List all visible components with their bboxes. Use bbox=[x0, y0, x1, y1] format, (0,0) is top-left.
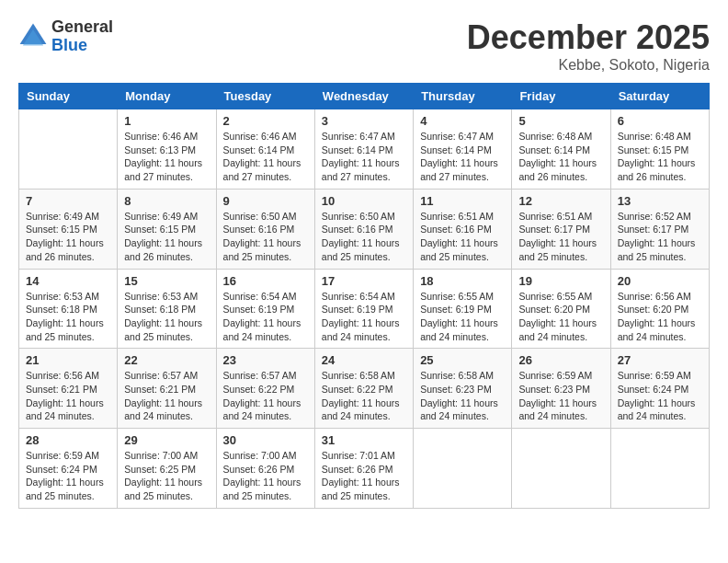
calendar-cell-w1-d4: 11Sunrise: 6:51 AMSunset: 6:16 PMDayligh… bbox=[414, 189, 512, 269]
day-detail: Sunrise: 6:52 AMSunset: 6:17 PMDaylight:… bbox=[618, 210, 702, 264]
day-number: 5 bbox=[518, 114, 603, 128]
day-detail: Sunrise: 6:58 AMSunset: 6:22 PMDaylight:… bbox=[322, 369, 406, 423]
day-detail: Sunrise: 6:57 AMSunset: 6:21 PMDaylight:… bbox=[124, 369, 209, 423]
day-number: 21 bbox=[26, 353, 110, 367]
month-title: December 2025 bbox=[467, 18, 710, 57]
day-number: 1 bbox=[124, 114, 209, 128]
day-number: 13 bbox=[618, 194, 702, 208]
calendar-cell-w1-d5: 12Sunrise: 6:51 AMSunset: 6:17 PMDayligh… bbox=[512, 189, 610, 269]
calendar-cell-w4-d4 bbox=[414, 429, 512, 509]
calendar-cell-w1-d0: 7Sunrise: 6:49 AMSunset: 6:15 PMDaylight… bbox=[19, 189, 118, 269]
calendar-week-row-2: 14Sunrise: 6:53 AMSunset: 6:18 PMDayligh… bbox=[19, 269, 710, 349]
logo-blue-text: Blue bbox=[51, 37, 113, 55]
weekday-header-row: Sunday Monday Tuesday Wednesday Thursday… bbox=[19, 84, 710, 109]
day-number: 27 bbox=[618, 353, 702, 367]
day-number: 24 bbox=[322, 353, 406, 367]
day-number: 16 bbox=[223, 274, 308, 288]
day-detail: Sunrise: 6:51 AMSunset: 6:17 PMDaylight:… bbox=[518, 210, 603, 264]
day-number: 7 bbox=[26, 194, 110, 208]
day-detail: Sunrise: 6:56 AMSunset: 6:21 PMDaylight:… bbox=[26, 369, 110, 423]
calendar-cell-w4-d2: 30Sunrise: 7:00 AMSunset: 6:26 PMDayligh… bbox=[216, 429, 314, 509]
day-number: 11 bbox=[420, 194, 505, 208]
day-detail: Sunrise: 6:47 AMSunset: 6:14 PMDaylight:… bbox=[322, 130, 406, 184]
calendar-cell-w3-d5: 26Sunrise: 6:59 AMSunset: 6:23 PMDayligh… bbox=[512, 349, 610, 429]
day-detail: Sunrise: 6:49 AMSunset: 6:15 PMDaylight:… bbox=[124, 210, 209, 264]
calendar-cell-w3-d3: 24Sunrise: 6:58 AMSunset: 6:22 PMDayligh… bbox=[314, 349, 413, 429]
col-friday: Friday bbox=[512, 84, 610, 109]
calendar-cell-w3-d6: 27Sunrise: 6:59 AMSunset: 6:24 PMDayligh… bbox=[610, 349, 709, 429]
day-number: 29 bbox=[124, 433, 209, 447]
day-number: 6 bbox=[618, 114, 702, 128]
day-number: 20 bbox=[618, 274, 702, 288]
page-header: General Blue December 2025 Kebbe, Sokoto… bbox=[18, 18, 710, 74]
calendar-cell-w3-d4: 25Sunrise: 6:58 AMSunset: 6:23 PMDayligh… bbox=[414, 349, 512, 429]
day-detail: Sunrise: 6:57 AMSunset: 6:22 PMDaylight:… bbox=[223, 369, 308, 423]
calendar-week-row-1: 7Sunrise: 6:49 AMSunset: 6:15 PMDaylight… bbox=[19, 189, 710, 269]
day-detail: Sunrise: 6:51 AMSunset: 6:16 PMDaylight:… bbox=[420, 210, 505, 264]
day-number: 12 bbox=[518, 194, 603, 208]
day-detail: Sunrise: 7:00 AMSunset: 6:25 PMDaylight:… bbox=[124, 449, 209, 503]
col-monday: Monday bbox=[118, 84, 216, 109]
day-number: 4 bbox=[420, 114, 505, 128]
calendar-week-row-4: 28Sunrise: 6:59 AMSunset: 6:24 PMDayligh… bbox=[19, 429, 710, 509]
calendar-cell-w3-d1: 22Sunrise: 6:57 AMSunset: 6:21 PMDayligh… bbox=[118, 349, 216, 429]
calendar-cell-w1-d3: 10Sunrise: 6:50 AMSunset: 6:16 PMDayligh… bbox=[314, 189, 413, 269]
calendar-cell-w2-d0: 14Sunrise: 6:53 AMSunset: 6:18 PMDayligh… bbox=[19, 269, 118, 349]
day-number: 3 bbox=[322, 114, 406, 128]
col-sunday: Sunday bbox=[19, 84, 118, 109]
day-detail: Sunrise: 6:58 AMSunset: 6:23 PMDaylight:… bbox=[420, 369, 505, 423]
day-number: 9 bbox=[223, 194, 308, 208]
calendar-cell-w0-d3: 3Sunrise: 6:47 AMSunset: 6:14 PMDaylight… bbox=[314, 109, 413, 190]
calendar-week-row-3: 21Sunrise: 6:56 AMSunset: 6:21 PMDayligh… bbox=[19, 349, 710, 429]
day-number: 31 bbox=[322, 433, 406, 447]
logo-text: General Blue bbox=[51, 18, 113, 55]
day-number: 22 bbox=[124, 353, 209, 367]
calendar-table: Sunday Monday Tuesday Wednesday Thursday… bbox=[18, 83, 710, 509]
calendar-cell-w4-d5 bbox=[512, 429, 610, 509]
day-detail: Sunrise: 6:54 AMSunset: 6:19 PMDaylight:… bbox=[322, 290, 406, 344]
day-number: 25 bbox=[420, 353, 505, 367]
day-number: 14 bbox=[26, 274, 110, 288]
calendar-cell-w0-d2: 2Sunrise: 6:46 AMSunset: 6:14 PMDaylight… bbox=[216, 109, 314, 190]
calendar-week-row-0: 1Sunrise: 6:46 AMSunset: 6:13 PMDaylight… bbox=[19, 109, 710, 190]
day-detail: Sunrise: 6:46 AMSunset: 6:13 PMDaylight:… bbox=[124, 130, 209, 184]
day-number: 18 bbox=[420, 274, 505, 288]
day-number: 10 bbox=[322, 194, 406, 208]
day-detail: Sunrise: 6:54 AMSunset: 6:19 PMDaylight:… bbox=[223, 290, 308, 344]
day-detail: Sunrise: 6:48 AMSunset: 6:14 PMDaylight:… bbox=[518, 130, 603, 184]
day-detail: Sunrise: 6:47 AMSunset: 6:14 PMDaylight:… bbox=[420, 130, 505, 184]
calendar-cell-w3-d0: 21Sunrise: 6:56 AMSunset: 6:21 PMDayligh… bbox=[19, 349, 118, 429]
logo: General Blue bbox=[18, 18, 113, 55]
day-number: 28 bbox=[26, 433, 110, 447]
calendar-cell-w0-d5: 5Sunrise: 6:48 AMSunset: 6:14 PMDaylight… bbox=[512, 109, 610, 190]
col-wednesday: Wednesday bbox=[314, 84, 413, 109]
day-detail: Sunrise: 6:55 AMSunset: 6:20 PMDaylight:… bbox=[518, 290, 603, 344]
day-number: 19 bbox=[518, 274, 603, 288]
calendar-cell-w4-d6 bbox=[610, 429, 709, 509]
calendar-cell-w3-d2: 23Sunrise: 6:57 AMSunset: 6:22 PMDayligh… bbox=[216, 349, 314, 429]
calendar-cell-w4-d1: 29Sunrise: 7:00 AMSunset: 6:25 PMDayligh… bbox=[118, 429, 216, 509]
day-detail: Sunrise: 6:59 AMSunset: 6:23 PMDaylight:… bbox=[518, 369, 603, 423]
calendar-cell-w4-d0: 28Sunrise: 6:59 AMSunset: 6:24 PMDayligh… bbox=[19, 429, 118, 509]
day-number: 30 bbox=[223, 433, 308, 447]
day-detail: Sunrise: 6:59 AMSunset: 6:24 PMDaylight:… bbox=[618, 369, 702, 423]
title-block: December 2025 Kebbe, Sokoto, Nigeria bbox=[467, 18, 710, 74]
day-detail: Sunrise: 6:50 AMSunset: 6:16 PMDaylight:… bbox=[223, 210, 308, 264]
day-number: 26 bbox=[518, 353, 603, 367]
day-number: 8 bbox=[124, 194, 209, 208]
calendar-cell-w2-d6: 20Sunrise: 6:56 AMSunset: 6:20 PMDayligh… bbox=[610, 269, 709, 349]
calendar-cell-w2-d2: 16Sunrise: 6:54 AMSunset: 6:19 PMDayligh… bbox=[216, 269, 314, 349]
calendar-cell-w1-d6: 13Sunrise: 6:52 AMSunset: 6:17 PMDayligh… bbox=[610, 189, 709, 269]
calendar-cell-w2-d5: 19Sunrise: 6:55 AMSunset: 6:20 PMDayligh… bbox=[512, 269, 610, 349]
logo-general-text: General bbox=[51, 18, 113, 37]
day-detail: Sunrise: 6:46 AMSunset: 6:14 PMDaylight:… bbox=[223, 130, 308, 184]
day-number: 15 bbox=[124, 274, 209, 288]
calendar-cell-w4-d3: 31Sunrise: 7:01 AMSunset: 6:26 PMDayligh… bbox=[314, 429, 413, 509]
day-detail: Sunrise: 6:53 AMSunset: 6:18 PMDaylight:… bbox=[124, 290, 209, 344]
day-number: 17 bbox=[322, 274, 406, 288]
logo-icon bbox=[18, 22, 48, 52]
calendar-cell-w2-d3: 17Sunrise: 6:54 AMSunset: 6:19 PMDayligh… bbox=[314, 269, 413, 349]
location-subtitle: Kebbe, Sokoto, Nigeria bbox=[467, 57, 710, 74]
calendar-cell-w0-d4: 4Sunrise: 6:47 AMSunset: 6:14 PMDaylight… bbox=[414, 109, 512, 190]
calendar-cell-w2-d1: 15Sunrise: 6:53 AMSunset: 6:18 PMDayligh… bbox=[118, 269, 216, 349]
